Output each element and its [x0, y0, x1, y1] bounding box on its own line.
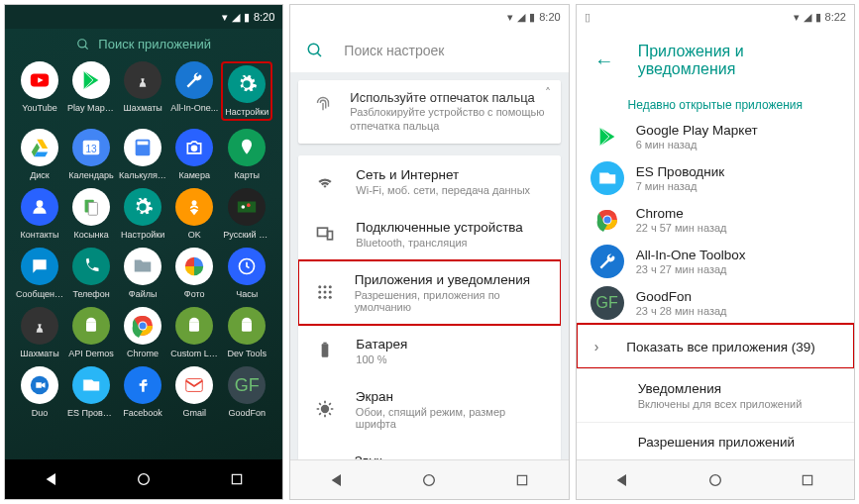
app-label: Сообщения: [16, 289, 63, 299]
app-es-провод-[interactable]: ES Провод...: [66, 366, 116, 418]
chevron-up-icon[interactable]: ˄: [545, 86, 551, 100]
app-duo[interactable]: Duo: [15, 366, 64, 418]
wifi-icon: ▾: [222, 11, 228, 24]
recent-app-item[interactable]: Google Play Маркет6 мин назад: [636, 116, 854, 157]
cards-icon: [72, 188, 110, 226]
nav-home[interactable]: [134, 469, 154, 489]
svg-rect-12: [238, 202, 256, 213]
search-placeholder: Поиск приложений: [98, 37, 211, 51]
app-name: Google Play Маркет: [636, 123, 758, 138]
app-ok[interactable]: OK: [169, 188, 219, 240]
app-time: 22 ч 57 мин назад: [636, 222, 727, 234]
app-youtube[interactable]: YouTube: [15, 61, 64, 121]
settings-item-apps[interactable]: Приложения и уведомленияРазрешения, прил…: [298, 260, 560, 325]
app-label: Файлы: [129, 289, 158, 299]
nav-recent[interactable]: [227, 469, 247, 489]
svg-point-41: [323, 296, 326, 299]
svg-point-0: [78, 39, 86, 47]
app-label: OK: [188, 230, 201, 240]
chrome-icon: [124, 307, 161, 345]
item-subtitle: Wi-Fi, моб. сети, передача данных: [356, 184, 530, 196]
item-title: Батарея: [356, 337, 407, 352]
settings-items: УведомленияВключены для всех приложенийР…: [577, 368, 854, 459]
app-косынка[interactable]: Косынка: [66, 188, 116, 240]
app-камера[interactable]: Камера: [169, 129, 219, 180]
svg-point-7: [191, 146, 198, 152]
svg-rect-10: [88, 202, 97, 215]
svg-line-1: [85, 46, 88, 49]
settings-item-battery[interactable]: Батарея100 %: [298, 325, 560, 377]
settings-item-display[interactable]: ЭкранОбои, спящий режим, размер шрифта: [298, 377, 560, 442]
settings-item[interactable]: УведомленияВключены для всех приложений: [577, 369, 854, 422]
app-gmail[interactable]: Gmail: [169, 366, 219, 418]
recent-app-item[interactable]: All-In-One Toolbox23 ч 27 мин назад: [636, 241, 854, 282]
app-label: Контакты: [21, 230, 59, 240]
app-chrome[interactable]: Chrome: [118, 307, 167, 358]
nav-recent[interactable]: [512, 470, 532, 490]
nav-back[interactable]: [612, 470, 632, 490]
app-label: Настройки: [225, 107, 268, 117]
search-icon: [76, 38, 90, 51]
app-часы[interactable]: Часы: [221, 248, 272, 299]
recent-app-item[interactable]: ES Проводник7 мин назад: [636, 157, 854, 199]
app-api-demos[interactable]: API Demos: [66, 307, 116, 358]
back-arrow-icon[interactable]: ←: [594, 50, 614, 72]
app-facebook[interactable]: Facebook: [118, 366, 167, 418]
photos-icon: [175, 248, 213, 285]
recent-app-item[interactable]: Chrome22 ч 57 мин назад: [636, 199, 854, 241]
app-label: Диск: [30, 170, 50, 180]
svg-point-37: [318, 291, 321, 294]
svg-point-42: [328, 296, 331, 299]
person-icon: [21, 188, 58, 226]
nav-recent[interactable]: [798, 470, 817, 490]
app-телефон[interactable]: Телефон: [66, 248, 116, 299]
nav-home[interactable]: [419, 470, 439, 490]
settings-item-devices[interactable]: Подключенные устройстваBluetooth, трансл…: [298, 208, 560, 260]
app-диск[interactable]: Диск: [15, 129, 64, 180]
nav-back[interactable]: [327, 470, 347, 490]
gf-icon: GF: [591, 286, 624, 320]
nav-back[interactable]: [42, 469, 61, 489]
settings-item-wifi[interactable]: Сеть и ИнтернетWi-Fi, моб. сети, передач…: [298, 155, 560, 208]
item-subtitle: Разрешения, приложения по умолчанию: [355, 289, 545, 313]
show-all-apps[interactable]: › Показать все приложения (39): [577, 324, 854, 368]
app-контакты[interactable]: Контакты: [15, 188, 64, 240]
gear-icon: [124, 188, 161, 226]
app-настройки[interactable]: Настройки: [118, 188, 167, 240]
app-custom-lo-[interactable]: Custom Lo...: [169, 307, 219, 358]
nav-bar: [5, 459, 282, 499]
android-icon: [228, 307, 266, 345]
recent-app-item[interactable]: GFGoodFon23 ч 28 мин назад: [636, 282, 854, 324]
settings-item-sound[interactable]: ЗвукЗвук, вибрация, режим «Не беспокоить…: [298, 442, 560, 459]
app-календарь[interactable]: 13Календарь: [66, 129, 116, 180]
app-карты[interactable]: Карты: [221, 129, 272, 180]
suggestion-card[interactable]: ˄ Используйте отпечаток пальца Разблокир…: [298, 80, 560, 144]
signal-icon: ◢: [517, 11, 525, 24]
search-apps[interactable]: Поиск приложений: [76, 37, 211, 51]
app-калькулят-[interactable]: Калькулят...: [118, 129, 167, 180]
app-goodfon[interactable]: GFGoodFon: [221, 366, 272, 418]
app-play-марк-[interactable]: Play Марк...: [66, 61, 116, 121]
app-настройки[interactable]: Настройки: [221, 61, 272, 121]
app-label: Duo: [32, 408, 49, 418]
app-русский-б-[interactable]: Русский Б...: [221, 188, 272, 240]
app-файлы[interactable]: Файлы: [118, 248, 167, 299]
app-all-in-one-[interactable]: All-In-One...: [169, 61, 219, 121]
app-шахматы[interactable]: Шахматы: [118, 61, 167, 121]
app-шахматы[interactable]: Шахматы: [15, 307, 64, 358]
app-label: Шахматы: [20, 349, 58, 358]
settings-item[interactable]: Разрешения приложений: [577, 423, 854, 459]
apps-notifications-screen: ← Приложения и уведомления Недавно откры…: [577, 29, 854, 459]
app-фото[interactable]: Фото: [169, 248, 219, 299]
apps-icon: [314, 283, 334, 301]
nav-home[interactable]: [705, 470, 725, 490]
search-settings[interactable]: Поиск настроек: [290, 29, 568, 72]
android-icon: [72, 307, 110, 345]
suggestion-title: Используйте отпечаток пальца: [350, 90, 544, 105]
app-сообщения[interactable]: Сообщения: [15, 248, 64, 299]
status-time: 8:20: [254, 11, 274, 23]
app-label: Фото: [184, 289, 205, 299]
app-label: Play Марк...: [67, 103, 115, 113]
app-dev-tools[interactable]: Dev Tools: [221, 307, 272, 358]
app-name: ES Проводник: [636, 164, 725, 179]
